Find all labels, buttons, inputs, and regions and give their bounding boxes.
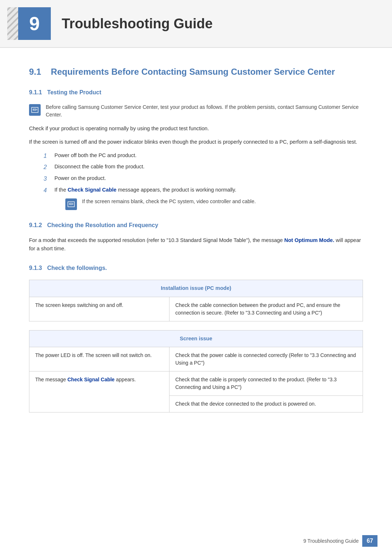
section-9-1-2-number: 9.1.2	[29, 221, 42, 230]
list-item-3: 3 Power on the product.	[44, 175, 363, 182]
section-9-1-1-heading: 9.1.1 Testing the Product	[29, 88, 363, 97]
note-icon-2: ✏	[65, 198, 77, 210]
screen-problem-2: The message Check Signal Cable appears.	[29, 372, 170, 413]
list-number-1: 1	[44, 152, 47, 160]
section-9-1-heading: 9.1 Requirements Before Contacting Samsu…	[29, 66, 363, 77]
screen-table-row-2: The message Check Signal Cable appears. …	[29, 372, 363, 413]
section-9-1-1-number: 9.1.1	[29, 88, 42, 97]
body-text-1: Check if your product is operating norma…	[29, 124, 363, 133]
footer-chapter-text: 9 Troubleshooting Guide	[303, 537, 359, 545]
chapter-number: 9	[29, 9, 40, 38]
screen-table-header-row: Screen issue	[29, 330, 363, 347]
note-box-1: ✏ Before calling Samsung Customer Servic…	[29, 103, 363, 119]
body-text-2: If the screen is turned off and the powe…	[29, 138, 363, 146]
header-stripe	[7, 7, 18, 40]
resolution-body-text: For a mode that exceeds the supported re…	[29, 236, 363, 253]
screen-table-header: Screen issue	[29, 330, 363, 347]
pencil-icon: ✏	[33, 106, 37, 114]
installation-issue-table: Installation issue (PC mode) The screen …	[29, 280, 363, 321]
screen-solution-1: Check that the power cable is connected …	[169, 347, 363, 372]
page-header: 9 Troubleshooting Guide	[0, 0, 392, 48]
installation-table-row-1: The screen keeps switching on and off. C…	[29, 297, 363, 321]
note-icon-1: ✏	[29, 104, 41, 116]
list-text-4: If the Check Signal Cable message appear…	[54, 187, 236, 193]
diagnosis-steps-list: 1 Power off both the PC and product. 2 D…	[44, 152, 363, 210]
check-signal-cable-bold-1: Check Signal Cable	[68, 187, 117, 193]
screen-solution-2-line-2: Check that the device connected to the p…	[170, 396, 363, 412]
note-text-1: Before calling Samsung Customer Service …	[46, 103, 363, 119]
installation-problem-1: The screen keeps switching on and off.	[29, 297, 170, 321]
section-9-1-1-title: Testing the Product	[47, 89, 101, 95]
screen-problem-2-before: The message	[35, 377, 68, 382]
screen-problem-2-after: appears.	[115, 377, 136, 382]
installation-table-header: Installation issue (PC mode)	[29, 280, 363, 297]
pencil-icon-2: ✏	[69, 200, 74, 209]
section-9-1-title: Requirements Before Contacting Samsung C…	[51, 67, 335, 77]
section-9-1-3-title: Check the followings.	[47, 265, 107, 271]
footer-page-number: 67	[362, 535, 377, 547]
screen-solution-2-line-1: Check that the cable is properly connect…	[170, 372, 363, 396]
screen-solution-2: Check that the cable is properly connect…	[169, 372, 363, 413]
list-item-4: 4 If the Check Signal Cable message appe…	[44, 186, 363, 210]
list-item-2: 2 Disconnect the cable from the product.	[44, 163, 363, 171]
section-9-1-number: 9.1	[29, 66, 41, 77]
not-optimum-mode-bold: Not Optimum Mode.	[284, 237, 334, 243]
list-number-2: 2	[44, 163, 47, 172]
page-title: Troubleshooting Guide	[62, 13, 213, 34]
list-text-1: Power off both the PC and product.	[54, 152, 136, 158]
page-footer: 9 Troubleshooting Guide 67	[303, 535, 377, 547]
main-content: 9.1 Requirements Before Contacting Samsu…	[0, 48, 392, 443]
list-number-3: 3	[44, 175, 47, 183]
screen-issue-table: Screen issue The power LED is off. The s…	[29, 330, 363, 413]
check-signal-cable-bold-2: Check Signal Cable	[68, 377, 115, 382]
list-item-1: 1 Power off both the PC and product.	[44, 152, 363, 160]
list-text-2: Disconnect the cable from the product.	[54, 164, 144, 169]
section-9-1-2-title: Checking the Resolution and Frequency	[47, 222, 158, 228]
installation-solution-1: Check the cable connection between the p…	[169, 297, 363, 321]
resolution-text-before: For a mode that exceeds the supported re…	[29, 237, 284, 243]
chapter-number-box: 9	[18, 7, 51, 40]
list-text-3: Power on the product.	[54, 175, 106, 181]
screen-table-row-1: The power LED is off. The screen will no…	[29, 347, 363, 372]
installation-table-header-row: Installation issue (PC mode)	[29, 280, 363, 297]
screen-problem-1: The power LED is off. The screen will no…	[29, 347, 170, 372]
section-9-1-2-heading: 9.1.2 Checking the Resolution and Freque…	[29, 221, 363, 230]
sub-note-text: If the screen remains blank, check the P…	[82, 198, 256, 205]
list-number-4: 4	[44, 186, 47, 195]
section-9-1-3-number: 9.1.3	[29, 264, 42, 272]
section-9-1-3-heading: 9.1.3 Check the followings.	[29, 264, 363, 272]
sub-note-box: ✏ If the screen remains blank, check the…	[65, 198, 363, 210]
